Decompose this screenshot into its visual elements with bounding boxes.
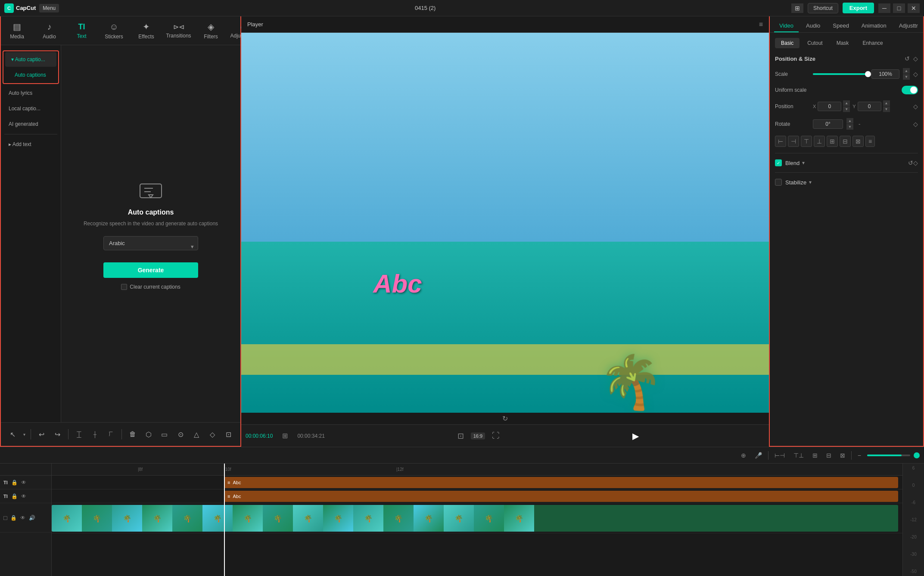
minimize-button[interactable]: ─ — [878, 3, 890, 13]
rotate-decrement-button[interactable]: ▼ — [846, 124, 853, 130]
split-button[interactable]: ⌶ — [74, 427, 84, 442]
maximize-button[interactable]: □ — [893, 3, 905, 13]
sidebar-item-add-text[interactable]: ▸ Add text — [3, 137, 59, 152]
text-clip-2[interactable]: ≡ Abc — [224, 491, 898, 502]
tab-animation[interactable]: Animation — [856, 20, 892, 32]
language-select[interactable]: Arabic English Spanish French Chinese — [103, 236, 198, 250]
clip2-button[interactable]: ▭ — [159, 427, 170, 442]
shortcut-button[interactable]: Shortcut — [808, 3, 838, 13]
sub-tab-mask[interactable]: Mask — [831, 38, 855, 48]
position-keyframe-button[interactable]: ◇ — [913, 103, 918, 110]
video-lock-icon[interactable]: 🔒 — [10, 515, 17, 521]
split2-button[interactable]: ⟊ — [90, 427, 100, 442]
player-menu-icon[interactable]: ≡ — [759, 21, 763, 28]
blend-keyframe-button[interactable]: ◇ — [913, 159, 918, 166]
align-top-button[interactable]: ⊥ — [814, 136, 825, 147]
tl-add-track-button[interactable]: ⊕ — [738, 450, 749, 461]
tab-audio[interactable]: Audio — [801, 20, 825, 32]
toolbar-text[interactable]: TI Text — [70, 21, 93, 41]
x-increment-button[interactable]: ▲ — [843, 100, 850, 106]
sidebar-item-auto-captions[interactable]: Auto captions — [5, 68, 56, 82]
tl-mic-button[interactable]: 🎤 — [752, 450, 765, 461]
text-clip-1[interactable]: ≡ Abc — [224, 477, 898, 488]
toolbar-audio[interactable]: ♪ Audio — [37, 20, 61, 41]
playhead[interactable] — [224, 464, 225, 576]
blend-checkbox[interactable]: ✓ — [775, 159, 782, 166]
rotate-input[interactable]: 0° — [813, 119, 843, 129]
tab-adjustment[interactable]: Adjusttr — [894, 20, 923, 32]
export-button[interactable]: Export — [843, 3, 874, 13]
video-eye-icon[interactable]: 👁 — [20, 515, 25, 521]
position-x-input[interactable] — [818, 102, 841, 111]
video-audio-icon[interactable]: 🔊 — [29, 515, 35, 521]
uniform-scale-toggle[interactable] — [902, 86, 918, 94]
clip1-button[interactable]: ⬡ — [143, 427, 154, 442]
tl-crop-button[interactable]: ⊟ — [824, 450, 834, 461]
mirror-button[interactable]: △ — [191, 427, 202, 442]
blend-dropdown-icon[interactable]: ▾ — [802, 160, 805, 166]
text1-lock-icon[interactable]: 🔒 — [11, 479, 18, 486]
scale-slider[interactable] — [813, 73, 868, 75]
position-y-input[interactable] — [858, 102, 881, 111]
fit-frame-button[interactable]: ⊡ — [457, 431, 464, 441]
scale-increment-button[interactable]: ▲ — [903, 68, 910, 74]
blend-reset-button[interactable]: ↺ — [908, 159, 913, 166]
scale-decrement-button[interactable]: ▼ — [903, 74, 910, 80]
split3-button[interactable]: ⟌ — [106, 427, 116, 442]
close-button[interactable]: ✕ — [908, 3, 920, 13]
tab-speed[interactable]: Speed — [828, 20, 854, 32]
rotate-keyframe-button[interactable]: ◇ — [913, 121, 918, 128]
sub-tab-enhance[interactable]: Enhance — [856, 38, 889, 48]
keyframe-position-button[interactable]: ◇ — [913, 55, 918, 62]
sidebar-item-auto-lyrics[interactable]: Auto lyrics — [3, 86, 59, 100]
text1-eye-icon[interactable]: 👁 — [21, 479, 26, 486]
align-center-h-button[interactable]: ⊣ — [788, 136, 799, 147]
monitor-button[interactable]: ⊞ — [791, 3, 803, 13]
stabilize-dropdown-icon[interactable]: ▾ — [809, 179, 812, 185]
fullscreen-button[interactable]: ⛶ — [492, 431, 500, 440]
text2-lock-icon[interactable]: 🔒 — [11, 493, 18, 499]
toolbar-media[interactable]: ▤ Media — [5, 20, 29, 41]
sidebar-item-local-captions[interactable]: Local captio... — [3, 101, 59, 116]
crop-button[interactable]: ◇ — [207, 427, 218, 442]
align-bottom-button[interactable]: ⊟ — [840, 136, 851, 147]
transform-button[interactable]: ⊡ — [223, 427, 234, 442]
distribute-h-button[interactable]: ⊠ — [852, 136, 864, 147]
sub-tab-cutout[interactable]: Cutout — [801, 38, 828, 48]
sidebar-item-auto-captions-group[interactable]: ▾ Auto captio... — [5, 52, 56, 67]
clear-checkbox[interactable] — [121, 284, 127, 290]
delete-button[interactable]: 🗑 — [127, 427, 138, 442]
rotation-handle[interactable]: ↻ — [241, 413, 769, 424]
y-increment-button[interactable]: ▲ — [883, 100, 890, 106]
redo-button[interactable]: ↪ — [52, 427, 63, 442]
time-grid-icon[interactable]: ⊞ — [282, 432, 288, 440]
clear-captions[interactable]: Clear current captions — [121, 284, 180, 290]
freeze-button[interactable]: ⊙ — [175, 427, 186, 442]
generate-button[interactable]: Generate — [103, 262, 198, 278]
align-right-button[interactable]: ⊤ — [801, 136, 812, 147]
scale-keyframe-button[interactable]: ◇ — [913, 71, 918, 78]
select-dropdown-icon[interactable]: ▾ — [23, 432, 25, 437]
timeline-zoom-slider[interactable] — [867, 455, 910, 456]
y-decrement-button[interactable]: ▼ — [883, 106, 890, 112]
stabilize-checkbox[interactable] — [775, 179, 782, 186]
text2-eye-icon[interactable]: 👁 — [21, 493, 26, 499]
sub-tab-basic[interactable]: Basic — [775, 38, 800, 48]
reset-position-button[interactable]: ↺ — [905, 55, 910, 62]
toolbar-transitions[interactable]: ⊳⊲ Transitions — [167, 21, 190, 40]
menu-button[interactable]: Menu — [39, 4, 59, 12]
tab-video[interactable]: Video — [774, 20, 799, 32]
scale-input[interactable]: 100% — [871, 69, 899, 79]
play-button[interactable]: ▶ — [632, 431, 639, 441]
video-clip[interactable]: 🌴 🌴 🌴 🌴 🌴 🌴 🌴 🌴 🌴 🌴 🌴 — [52, 505, 898, 532]
tl-zoom-out-button[interactable]: − — [855, 450, 864, 461]
toolbar-effects[interactable]: ✦ Effects — [134, 20, 158, 41]
tl-link-button[interactable]: ⊞ — [810, 450, 820, 461]
toolbar-filters[interactable]: ◈ Filters — [199, 20, 223, 41]
select-tool[interactable]: ↖ — [7, 427, 18, 442]
tl-trim-button[interactable]: ⊢⊣ — [772, 450, 787, 461]
undo-button[interactable]: ↩ — [36, 427, 47, 442]
tl-audio-button[interactable]: ⊠ — [837, 450, 848, 461]
x-decrement-button[interactable]: ▼ — [843, 106, 850, 112]
distribute-v-button[interactable]: ≡ — [865, 136, 875, 147]
